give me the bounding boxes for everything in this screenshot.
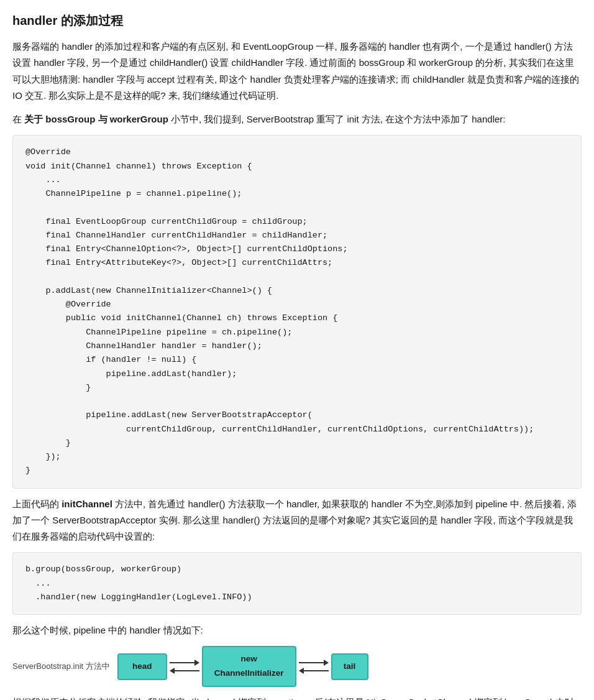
node-channelInitializer-1: newChannelInitializer [202,646,296,687]
code-block-2: b.group(bossGroup, workerGroup) ... .han… [12,552,582,615]
intro-para2: 在 关于 bossGroup 与 workerGroup 小节中, 我们提到, … [12,111,582,127]
node-tail-1: tail [331,653,368,680]
code-block-1: @Override void init(Channel channel) thr… [12,135,582,488]
node-head-1: head [117,653,167,680]
pipeline-diagram-1: ServerBootstrap.init 方法中 head newChannel… [12,646,582,687]
arrow-2-3 [299,660,329,674]
para4: 那么这个时候, pipeline 中的 handler 情况如下: [12,622,582,638]
para5: 根据我们原来分析客户端的经验, 我们指定, 当 channel 绑定到 even… [12,694,582,700]
para3: 上面代码的 initChannel 方法中, 首先通过 handler() 方法… [12,496,582,545]
arrow-1-2 [170,660,199,674]
intro-para1: 服务器端的 handler 的添加过程和客户端的有点区别, 和 EventLoo… [12,39,582,104]
page-title: handler 的添加过程 [12,10,582,31]
diagram1-label: ServerBootstrap.init 方法中 [12,660,110,673]
bold-bossgroup: 关于 bossGroup 与 workerGroup [24,114,168,124]
bold-initChannel: initChannel [62,499,112,509]
